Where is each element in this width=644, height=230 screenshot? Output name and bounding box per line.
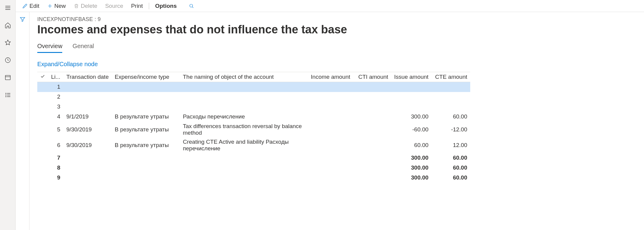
table-row[interactable]: 9300.0060.00 [37, 173, 470, 183]
col-line[interactable]: Li... [48, 72, 63, 82]
cell-issue[interactable]: 300.00 [391, 163, 431, 173]
cell-line[interactable]: 6 [48, 137, 63, 153]
cell-object[interactable]: Расходы перечисление [180, 112, 308, 122]
table-row[interactable]: 8300.0060.00 [37, 163, 470, 173]
table-row[interactable]: 2 [37, 92, 470, 102]
cell-type[interactable] [112, 163, 180, 173]
row-selector[interactable] [37, 122, 48, 137]
cell-object[interactable]: Tax differences transaction reversal by … [180, 122, 308, 137]
cell-issue[interactable] [391, 102, 431, 112]
cell-income[interactable] [308, 173, 353, 183]
cell-type[interactable]: В результате утраты [112, 137, 180, 153]
cell-line[interactable]: 9 [48, 173, 63, 183]
table-row[interactable]: 49/1/2019В результате утратыРасходы пере… [37, 112, 470, 122]
row-selector[interactable] [37, 137, 48, 153]
row-selector[interactable] [37, 173, 48, 183]
cell-type[interactable] [112, 153, 180, 163]
cell-date[interactable] [63, 92, 112, 102]
col-object-name[interactable]: The naming of object of the account [180, 72, 308, 82]
new-button[interactable]: New [44, 2, 69, 11]
recent-clock-icon[interactable] [2, 54, 14, 66]
cell-object[interactable] [180, 82, 308, 92]
cell-cte[interactable]: 60.00 [431, 153, 470, 163]
cell-cti[interactable] [353, 122, 391, 137]
cell-cte[interactable]: 60.00 [431, 163, 470, 173]
hamburger-icon[interactable] [2, 2, 14, 14]
cell-income[interactable] [308, 153, 353, 163]
cell-date[interactable]: 9/30/2019 [63, 137, 112, 153]
cell-line[interactable]: 7 [48, 153, 63, 163]
cell-cti[interactable] [353, 163, 391, 173]
table-row[interactable]: 69/30/2019В результате утратыCreating CT… [37, 137, 470, 153]
edit-button[interactable]: Edit [19, 2, 43, 11]
cell-type[interactable] [112, 102, 180, 112]
cell-income[interactable] [308, 112, 353, 122]
cell-cte[interactable]: 60.00 [431, 173, 470, 183]
cell-cti[interactable] [353, 153, 391, 163]
row-selector[interactable] [37, 153, 48, 163]
cell-object[interactable] [180, 102, 308, 112]
cell-type[interactable]: В результате утраты [112, 122, 180, 137]
cell-date[interactable] [63, 153, 112, 163]
row-selector[interactable] [37, 112, 48, 122]
cell-line[interactable]: 1 [48, 82, 63, 92]
cell-line[interactable]: 5 [48, 122, 63, 137]
table-row[interactable]: 59/30/2019В результате утратыTax differe… [37, 122, 470, 137]
cell-line[interactable]: 8 [48, 163, 63, 173]
cell-income[interactable] [308, 82, 353, 92]
cell-issue[interactable]: 300.00 [391, 153, 431, 163]
cell-cte[interactable] [431, 102, 470, 112]
cell-cti[interactable] [353, 173, 391, 183]
cell-object[interactable] [180, 153, 308, 163]
col-issue-amount[interactable]: Issue amount [391, 72, 431, 82]
cell-cti[interactable] [353, 112, 391, 122]
cell-type[interactable] [112, 92, 180, 102]
print-button[interactable]: Print [127, 2, 146, 11]
cell-date[interactable] [63, 163, 112, 173]
cell-object[interactable]: Creating CTE Active and liability Расход… [180, 137, 308, 153]
cell-cti[interactable] [353, 82, 391, 92]
col-cti-amount[interactable]: CTI amount [353, 72, 391, 82]
table-row[interactable]: 7300.0060.00 [37, 153, 470, 163]
cell-cte[interactable] [431, 82, 470, 92]
tab-overview[interactable]: Overview [37, 43, 62, 53]
select-all-checkbox[interactable] [37, 72, 48, 82]
cell-cti[interactable] [353, 137, 391, 153]
modules-list-icon[interactable] [2, 89, 14, 101]
table-row[interactable]: 3 [37, 102, 470, 112]
cell-object[interactable] [180, 92, 308, 102]
cell-income[interactable] [308, 163, 353, 173]
cell-object[interactable] [180, 163, 308, 173]
cell-cte[interactable]: 60.00 [431, 112, 470, 122]
cell-cti[interactable] [353, 102, 391, 112]
cell-date[interactable]: 9/30/2019 [63, 122, 112, 137]
cell-line[interactable]: 3 [48, 102, 63, 112]
tab-general[interactable]: General [72, 43, 94, 53]
cell-cte[interactable]: -12.00 [431, 122, 470, 137]
cell-issue[interactable]: 300.00 [391, 112, 431, 122]
expand-collapse-link[interactable]: Expand/Collapse node [37, 61, 98, 67]
cell-issue[interactable]: 60.00 [391, 137, 431, 153]
cell-line[interactable]: 4 [48, 112, 63, 122]
cell-issue[interactable] [391, 82, 431, 92]
col-cte-amount[interactable]: CTE amount [431, 72, 470, 82]
row-selector[interactable] [37, 82, 48, 92]
cell-type[interactable] [112, 173, 180, 183]
table-row[interactable]: 1 [37, 82, 470, 92]
cell-cte[interactable]: 12.00 [431, 137, 470, 153]
row-selector[interactable] [37, 102, 48, 112]
col-transaction-date[interactable]: Transaction date [63, 72, 112, 82]
favorite-star-icon[interactable] [2, 37, 14, 49]
cell-type[interactable] [112, 82, 180, 92]
search-button[interactable] [185, 2, 198, 10]
cell-date[interactable] [63, 82, 112, 92]
col-expense-income-type[interactable]: Expense/income type [112, 72, 180, 82]
home-icon[interactable] [2, 19, 14, 31]
cell-cti[interactable] [353, 92, 391, 102]
row-selector[interactable] [37, 163, 48, 173]
cell-date[interactable] [63, 173, 112, 183]
workspace-tile-icon[interactable] [2, 72, 14, 84]
cell-income[interactable] [308, 92, 353, 102]
cell-income[interactable] [308, 102, 353, 112]
cell-type[interactable]: В результате утраты [112, 112, 180, 122]
